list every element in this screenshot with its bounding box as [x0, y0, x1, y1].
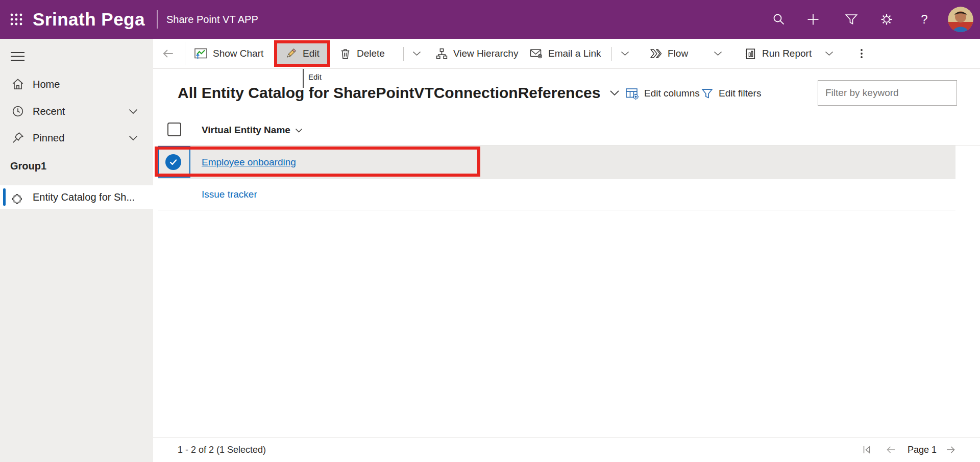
- row-selected-checkbox[interactable]: [165, 154, 181, 170]
- avatar-photo-icon: [948, 7, 973, 32]
- run-report-label: Run Report: [762, 48, 812, 59]
- pencil-icon: [284, 47, 298, 61]
- view-title-text: All Entity Catalog for SharePointVTConne…: [178, 84, 600, 102]
- brand-divider: [157, 10, 158, 29]
- flow-label: Flow: [668, 48, 688, 59]
- plus-icon: [806, 13, 820, 26]
- run-report-button[interactable]: Run Report: [744, 39, 812, 68]
- edit-columns-label: Edit columns: [644, 88, 700, 99]
- select-all-checkbox[interactable]: [167, 123, 181, 136]
- home-icon: [11, 78, 24, 91]
- sidebar: Home Recent Pinned: [0, 39, 153, 462]
- show-chart-label: Show Chart: [213, 48, 263, 59]
- delete-split-chevron[interactable]: [412, 39, 421, 68]
- sidebar-item-recent[interactable]: Recent: [0, 100, 153, 123]
- column-header-virtual-entity-name[interactable]: Virtual Entity Name: [202, 115, 303, 145]
- email-split-chevron[interactable]: [621, 39, 629, 68]
- email-link-button[interactable]: Email a Link: [530, 39, 601, 68]
- search-button[interactable]: [767, 7, 791, 32]
- arrow-right-icon: [944, 444, 958, 456]
- chevron-down-icon: [295, 128, 303, 133]
- top-nav-bar: Srinath Pega Share Point VT APP: [0, 0, 980, 39]
- delete-label: Delete: [357, 48, 385, 59]
- chevron-down-icon: [621, 51, 629, 56]
- view-hierarchy-button[interactable]: View Hierarchy: [435, 39, 518, 68]
- selected-indicator: [3, 188, 6, 206]
- envelope-link-icon: [530, 47, 543, 60]
- command-pipe: [611, 47, 612, 61]
- edit-tooltip: Edit: [306, 72, 324, 82]
- chevron-down-icon: [714, 51, 722, 56]
- table-row-employee-onboarding[interactable]: Employee onboarding: [158, 145, 955, 179]
- gear-icon: [880, 13, 893, 26]
- sidebar-item-label: Pinned: [33, 132, 64, 144]
- report-icon: [744, 47, 757, 60]
- show-chart-icon: [194, 47, 208, 61]
- search-icon: [772, 13, 786, 26]
- puzzle-icon: [11, 190, 24, 204]
- run-report-chevron[interactable]: [825, 39, 834, 68]
- column-header-label: Virtual Entity Name: [202, 125, 290, 136]
- sidebar-item-home[interactable]: Home: [0, 73, 153, 95]
- clock-icon: [11, 105, 24, 118]
- previous-page-button[interactable]: [884, 437, 897, 462]
- tooltip-pointer-line: [303, 69, 304, 88]
- sidebar-group-label: Group1: [10, 160, 46, 172]
- pushpin-icon: [11, 131, 24, 144]
- checkmark-icon: [169, 158, 178, 166]
- user-avatar[interactable]: [948, 7, 973, 32]
- brand-title[interactable]: Srinath Pega: [33, 0, 145, 39]
- table-gear-icon: [625, 87, 639, 101]
- page-indicator: Page 1: [908, 437, 937, 462]
- edit-filters-button[interactable]: Edit filters: [701, 85, 761, 102]
- edit-columns-button[interactable]: Edit columns: [625, 85, 700, 102]
- record-count-status: 1 - 2 of 2 (1 Selected): [178, 437, 266, 462]
- app-name[interactable]: Share Point VT APP: [166, 0, 258, 39]
- command-pipe: [403, 47, 404, 61]
- filter-by-keyword-input[interactable]: [818, 80, 957, 106]
- email-link-label: Email a Link: [548, 48, 601, 59]
- back-button[interactable]: [161, 39, 175, 68]
- sidebar-item-entity-catalog[interactable]: Entity Catalog for Sh...: [0, 185, 153, 209]
- grid-footer: 1 - 2 of 2 (1 Selected) Page 1: [153, 437, 980, 462]
- view-hierarchy-label: View Hierarchy: [453, 48, 518, 59]
- funnel-icon: [701, 87, 714, 100]
- edit-button[interactable]: Edit: [284, 39, 320, 68]
- help-icon: ?: [918, 13, 931, 26]
- flow-chevron[interactable]: [714, 39, 722, 68]
- vertical-ellipsis-icon: [855, 47, 868, 60]
- quick-create-button[interactable]: [801, 7, 825, 32]
- view-selector[interactable]: All Entity Catalog for SharePointVTConne…: [178, 81, 620, 105]
- table-row-issue-tracker[interactable]: Issue tracker: [158, 179, 955, 210]
- more-commands-button[interactable]: [855, 39, 868, 68]
- show-chart-button[interactable]: Show Chart: [194, 39, 263, 68]
- app-window: Srinath Pega Share Point VT APP: [0, 0, 980, 462]
- help-button[interactable]: ?: [912, 7, 937, 32]
- first-page-icon: [862, 444, 874, 456]
- flow-button[interactable]: Flow: [649, 39, 688, 68]
- chevron-down-icon: [412, 51, 421, 56]
- sidebar-toggle-button[interactable]: [7, 46, 28, 66]
- settings-button[interactable]: [874, 7, 899, 32]
- trash-icon: [339, 47, 352, 60]
- sidebar-item-label: Home: [33, 79, 60, 90]
- first-page-button[interactable]: [862, 437, 874, 462]
- record-link[interactable]: Employee onboarding: [202, 157, 296, 168]
- arrow-left-icon: [884, 444, 897, 456]
- funnel-icon: [845, 13, 858, 26]
- edit-label: Edit: [303, 48, 320, 59]
- chevron-down-icon[interactable]: [129, 109, 138, 114]
- record-link[interactable]: Issue tracker: [202, 189, 257, 200]
- sidebar-item-pinned[interactable]: Pinned: [0, 127, 153, 149]
- sidebar-item-label: Recent: [33, 106, 65, 117]
- app-launcher-button[interactable]: [4, 7, 29, 32]
- chevron-down-icon: [825, 51, 834, 56]
- filter-button[interactable]: [839, 7, 864, 32]
- command-divider: [185, 42, 185, 65]
- hamburger-icon: [11, 52, 24, 61]
- svg-text:?: ?: [921, 13, 927, 26]
- delete-button[interactable]: Delete: [339, 39, 385, 68]
- command-bar: Show Chart Edit: [153, 39, 980, 69]
- chevron-down-icon[interactable]: [129, 135, 138, 141]
- next-page-button[interactable]: [944, 437, 958, 462]
